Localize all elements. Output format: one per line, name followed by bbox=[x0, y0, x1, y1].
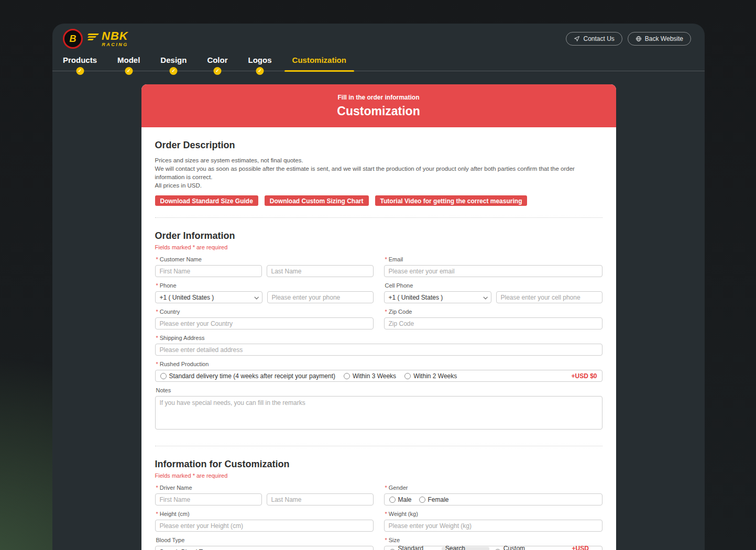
brand-sub: RACING bbox=[102, 42, 128, 47]
required-mark: * bbox=[385, 485, 387, 491]
back-website-button[interactable]: Back Website bbox=[628, 32, 691, 46]
chevron-down-icon bbox=[254, 295, 258, 299]
order-form-card: Fill in the order information Customizat… bbox=[141, 84, 616, 550]
brand-logo[interactable]: B NBK RACING bbox=[63, 29, 128, 49]
cell-phone-label: Cell Phone bbox=[385, 282, 602, 289]
brand-name: NBK bbox=[102, 30, 128, 42]
active-tab-indicator bbox=[284, 70, 354, 72]
gender-label: *Gender bbox=[385, 485, 602, 491]
check-icon: ✓ bbox=[170, 67, 178, 75]
brand-badge-icon: B bbox=[63, 29, 83, 49]
tab-logos[interactable]: Logos ✓ bbox=[248, 56, 272, 71]
rushed-option-2-weeks[interactable]: Within 2 Weeks bbox=[404, 372, 457, 380]
blood-type-select[interactable]: Search Blood Type bbox=[155, 546, 374, 550]
required-mark: * bbox=[156, 309, 158, 315]
rushed-option-standard[interactable]: Standard delivery time (4 weeks after re… bbox=[160, 372, 335, 380]
tab-model[interactable]: Model ✓ bbox=[117, 56, 140, 71]
country-input[interactable] bbox=[155, 317, 374, 329]
tab-design[interactable]: Design ✓ bbox=[160, 56, 187, 71]
weight-label: *Weight (kg) bbox=[385, 511, 602, 517]
customer-name-label: *Customer Name bbox=[156, 256, 374, 262]
banner-title: Customization bbox=[337, 104, 420, 118]
tab-customization[interactable]: Customization bbox=[292, 56, 346, 71]
radio-icon bbox=[344, 373, 350, 379]
customer-last-name-input[interactable] bbox=[267, 265, 374, 277]
phone-country-select[interactable]: +1 ( United States ) bbox=[155, 291, 262, 303]
tab-color[interactable]: Color ✓ bbox=[207, 56, 227, 71]
shipping-address-label: *Shipping Address bbox=[156, 335, 602, 341]
shipping-address-input[interactable] bbox=[155, 344, 602, 356]
notes-textarea[interactable] bbox=[155, 396, 602, 430]
radio-icon bbox=[389, 497, 396, 503]
gender-option-male[interactable]: Male bbox=[389, 496, 412, 503]
email-label: *Email bbox=[385, 256, 602, 262]
cell-phone-country-select[interactable]: +1 ( United States ) bbox=[384, 291, 491, 303]
required-mark: * bbox=[156, 485, 158, 491]
order-description-heading: Order Description bbox=[155, 140, 602, 151]
size-option-custom[interactable]: Custom Measurements bbox=[495, 545, 567, 550]
required-note: Fields marked * are required bbox=[155, 244, 602, 250]
tab-products[interactable]: Products ✓ bbox=[63, 56, 97, 71]
order-information-section: Order Information Fields marked * are re… bbox=[155, 218, 602, 446]
flame-icon bbox=[88, 32, 100, 41]
notes-label: Notes bbox=[156, 387, 602, 393]
required-mark: * bbox=[156, 282, 158, 289]
required-note: Fields marked * are required bbox=[155, 472, 602, 479]
required-mark: * bbox=[385, 537, 387, 543]
driver-first-name-input[interactable] bbox=[155, 493, 262, 505]
size-price: +USD $0 bbox=[572, 545, 597, 550]
check-icon: ✓ bbox=[256, 67, 264, 75]
zip-code-label: *Zip Code bbox=[385, 309, 602, 315]
required-mark: * bbox=[385, 256, 387, 262]
email-input[interactable] bbox=[384, 265, 602, 277]
download-standard-size-guide-button[interactable]: Download Standard Size Guide bbox=[155, 195, 258, 206]
contact-us-label: Contact Us bbox=[583, 35, 614, 42]
navbar: B NBK RACING Contact Us bbox=[52, 24, 705, 71]
height-input[interactable] bbox=[155, 520, 374, 532]
required-mark: * bbox=[156, 511, 158, 517]
driver-name-label: *Driver Name bbox=[156, 485, 374, 491]
phone-input[interactable] bbox=[267, 291, 374, 303]
radio-icon bbox=[404, 373, 411, 379]
phone-label: *Phone bbox=[156, 282, 374, 289]
contact-us-button[interactable]: Contact Us bbox=[566, 32, 622, 46]
gender-option-female[interactable]: Female bbox=[419, 496, 449, 503]
chevron-down-icon bbox=[483, 295, 487, 299]
rushed-price: +USD $0 bbox=[571, 372, 597, 380]
height-label: *Height (cm) bbox=[156, 511, 374, 517]
rushed-option-3-weeks[interactable]: Within 3 Weeks bbox=[344, 372, 396, 380]
globe-icon bbox=[636, 36, 642, 42]
weight-input[interactable] bbox=[384, 520, 602, 532]
app-container: B NBK RACING Contact Us bbox=[52, 24, 705, 550]
size-label: *Size bbox=[385, 537, 602, 543]
country-label: *Country bbox=[156, 309, 374, 315]
rushed-production-options: Standard delivery time (4 weeks after re… bbox=[155, 370, 602, 382]
size-option-standard[interactable]: Standard Size bbox=[389, 545, 436, 550]
check-icon: ✓ bbox=[213, 67, 221, 75]
description-line: All prices in USD. bbox=[155, 181, 602, 190]
driver-last-name-input[interactable] bbox=[267, 493, 374, 505]
required-mark: * bbox=[385, 309, 387, 315]
banner-subtitle: Fill in the order information bbox=[338, 94, 420, 101]
back-website-label: Back Website bbox=[645, 35, 683, 42]
size-options: Standard Size Search Size Custom Measure… bbox=[384, 546, 602, 550]
customization-info-section: Information for Customization Fields mar… bbox=[155, 446, 602, 550]
size-search-select[interactable]: Search Size bbox=[442, 547, 489, 550]
step-tabs: Products ✓ Model ✓ Design ✓ Color ✓ Logo… bbox=[63, 56, 691, 71]
required-mark: * bbox=[156, 361, 158, 367]
download-custom-sizing-chart-button[interactable]: Download Custom Sizing Chart bbox=[265, 195, 369, 206]
check-icon: ✓ bbox=[76, 67, 84, 75]
description-line: Prices and sizes are system estimates, n… bbox=[155, 156, 602, 164]
cell-phone-input[interactable] bbox=[496, 291, 602, 303]
radio-icon bbox=[419, 497, 425, 503]
zip-code-input[interactable] bbox=[384, 317, 602, 329]
description-line: We will contact you as soon as possible … bbox=[155, 164, 602, 181]
customer-first-name-input[interactable] bbox=[155, 265, 262, 277]
order-information-heading: Order Information bbox=[155, 230, 602, 241]
customization-info-heading: Information for Customization bbox=[155, 459, 602, 470]
order-description-section: Order Description Prices and sizes are s… bbox=[155, 127, 602, 217]
radio-icon bbox=[160, 373, 167, 379]
blood-type-label: Blood Type bbox=[156, 537, 374, 543]
brand-wordmark: NBK RACING bbox=[88, 30, 128, 47]
tutorial-video-button[interactable]: Tutorial Video for getting the correct m… bbox=[375, 195, 528, 206]
